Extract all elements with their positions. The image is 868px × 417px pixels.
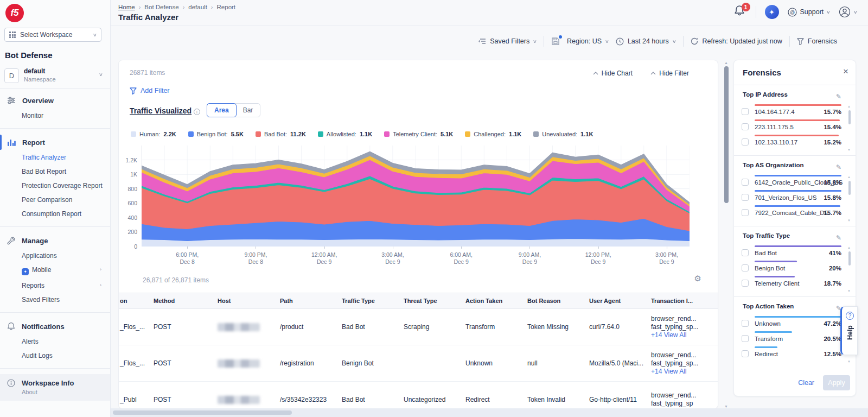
section-scrollbar[interactable]: ▲▼ [847,175,852,222]
forensics-item[interactable]: 104.164.177.4 15.7% [734,104,856,119]
table-settings-gear-icon[interactable]: ⚙ [694,274,701,283]
scroll-down-arrow[interactable]: ▼ [847,219,851,222]
scrollbar-thumb[interactable] [113,410,292,415]
save-filter-button[interactable] [551,37,560,46]
scroll-up-arrow[interactable]: ▲ [724,61,728,65]
workspace-selector[interactable]: Select Workspace ∨ [4,28,101,42]
table-row[interactable]: _Flos_... POST /product Bad Bot Scraping… [119,309,718,345]
sidebar-item-applications[interactable]: Applications [0,249,110,263]
col-method[interactable]: Method [147,293,211,308]
notifications-bell-button[interactable]: 1 [734,5,747,19]
forensics-item[interactable]: 701_Verizon_Flos_US 15.8% [734,189,856,205]
sidebar-item-reports[interactable]: Reports › [0,279,110,293]
forensics-item[interactable]: 223.111.175.5 15.4% [734,119,856,134]
sidebar-item-notifications[interactable]: Notifications [0,318,110,334]
checkbox[interactable] [742,123,749,130]
ai-assistant-button[interactable]: ✦ [765,5,779,19]
forensics-toggle-button[interactable]: Forensics [797,37,837,45]
checkbox[interactable] [742,280,749,287]
scrollbar-thumb[interactable] [848,251,851,266]
sidebar-item-bad-bot-report[interactable]: Bad Bot Report [0,165,110,179]
table-row[interactable]: _Flos_... POST /registration Benign Bot … [119,345,718,382]
breadcrumb-bot-defense[interactable]: Bot Defense [144,4,178,10]
checkbox[interactable] [742,264,749,271]
checkbox[interactable] [742,209,749,216]
scroll-up-arrow[interactable]: ▲ [847,105,851,108]
vertical-scrollbar[interactable]: ▲ ▼ [724,61,729,408]
checkbox[interactable] [742,249,749,256]
sidebar-item-peer-comparison[interactable]: Peer Comparison [0,193,110,207]
checkbox[interactable] [742,179,749,186]
checkbox[interactable] [742,194,749,201]
sidebar-item-mobile[interactable]: ✦Mobile › [0,263,110,279]
region-dropdown[interactable]: Region: US ∨ [567,37,609,45]
time-range-dropdown[interactable]: Last 24 hours ∨ [616,37,676,46]
scrollbar-thumb[interactable] [848,181,851,195]
apply-button[interactable]: Apply [823,375,850,390]
edit-pencil-icon[interactable]: ✎ [836,234,841,242]
sidebar-item-consumption-report[interactable]: Consumption Report [0,207,110,221]
col-traffic-type[interactable]: Traffic Type [335,293,397,308]
forensics-item[interactable]: 7922_Comcast_Cable_DE 15.7% [734,205,856,220]
section-scrollbar[interactable]: ▲▼ [847,105,852,151]
stacked-area-chart[interactable]: 02004006008001K1.2K6:00 PM,Dec 89:00 PM,… [119,60,718,277]
sidebar-item-overview[interactable]: Overview [0,92,110,109]
sidebar-item-saved-filters[interactable]: Saved Filters [0,293,110,307]
close-icon[interactable]: × [843,66,848,77]
sidebar-item-report[interactable]: Report [0,134,110,150]
sidebar-item-audit-logs[interactable]: Audit Logs [0,349,110,363]
workspace-info-about[interactable]: About [0,387,110,395]
namespace-selector[interactable]: D default Namespace ∨ [0,64,110,89]
account-menu[interactable]: ∨ [839,6,857,18]
scroll-down-arrow[interactable]: ▼ [847,148,851,151]
clear-button[interactable]: Clear [798,379,814,387]
sidebar-item-manage[interactable]: Manage [0,232,110,249]
checkbox[interactable] [742,108,749,115]
saved-filters-dropdown[interactable]: Saved Filters ∨ [478,37,537,45]
col-action-taken[interactable]: Action Taken [459,293,521,308]
forensics-item[interactable]: Unknown 47.2% [734,315,856,331]
col-threat-type[interactable]: Threat Type [397,293,459,308]
scrollbar-thumb[interactable] [848,110,851,124]
col-organization-partial[interactable]: on [119,293,147,308]
forensics-item[interactable]: Benign Bot 20% [734,260,856,275]
scroll-down-arrow[interactable]: ▼ [847,289,851,293]
checkbox[interactable] [742,138,749,146]
checkbox[interactable] [742,350,749,357]
col-user-agent[interactable]: User Agent [583,293,644,308]
scrollbar-thumb[interactable] [724,66,729,203]
support-menu[interactable]: @ Support ∨ [788,8,831,17]
checkbox[interactable] [742,320,749,327]
forensics-item[interactable]: Bad Bot 41% [734,245,856,260]
table-row[interactable]: _Publ POST /s/35342e32323 Bad Bot Uncate… [119,382,718,409]
sidebar-item-alerts[interactable]: Alerts [0,334,110,349]
help-tab[interactable]: ? Help [840,306,858,355]
breadcrumb-default[interactable]: default [188,4,207,10]
refresh-button[interactable]: Refresh: Updated just now [691,37,782,45]
breadcrumb-report[interactable]: Report [217,4,236,10]
col-transaction[interactable]: Transaction I... [644,293,718,308]
sidebar-item-workspace-info[interactable]: Workspace Info About [0,374,110,401]
breadcrumb-home[interactable]: Home [118,4,135,10]
edit-pencil-icon[interactable]: ✎ [836,93,841,100]
col-host[interactable]: Host [211,293,273,308]
scroll-down-arrow[interactable]: ▼ [847,360,851,363]
scroll-up-arrow[interactable]: ▲ [847,246,851,249]
sidebar-item-protection-coverage-report[interactable]: Protection Coverage Report [0,179,110,193]
forensics-item[interactable]: 6142_Oracle_Public_Cloud_US 15.8% [734,174,856,189]
edit-pencil-icon[interactable]: ✎ [836,163,841,171]
forensics-item[interactable]: 102.133.110.17 15.2% [734,134,856,149]
forensics-item[interactable]: Telemetry Client 18.7% [734,275,856,290]
forensics-item[interactable]: Redirect 12.5% [734,346,856,361]
col-bot-reason[interactable]: Bot Reason [521,293,583,308]
checkbox[interactable] [742,335,749,342]
col-path[interactable]: Path [273,293,335,308]
horizontal-scrollbar[interactable] [111,408,868,417]
forensics-item[interactable]: Transform 20.5% [734,331,856,346]
view-all-link[interactable]: +14 View All [651,368,687,376]
section-scrollbar[interactable]: ▲▼ [847,246,852,293]
scroll-down-arrow[interactable]: ▼ [724,405,728,408]
sidebar-item-monitor[interactable]: Monitor [0,109,110,123]
scroll-up-arrow[interactable]: ▲ [847,175,851,179]
sidebar-item-traffic-analyzer[interactable]: Traffic Analyzer [0,150,110,165]
